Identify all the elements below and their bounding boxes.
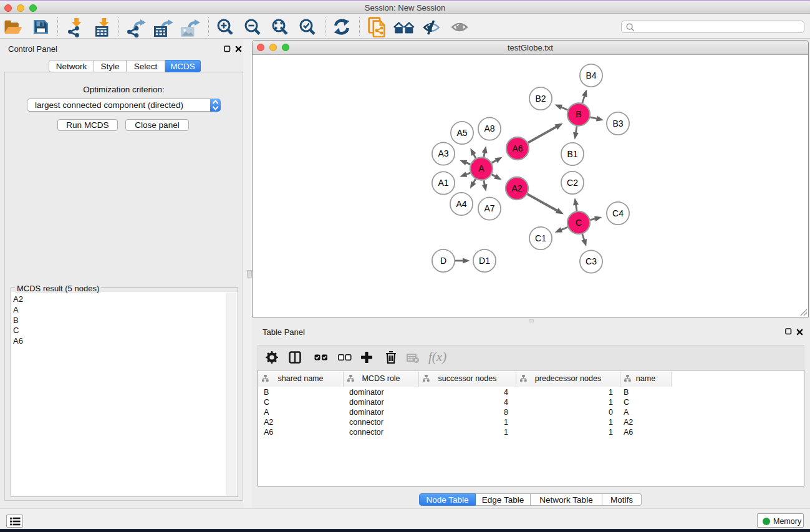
svg-text:A2: A2 xyxy=(511,183,522,193)
svg-text:A4: A4 xyxy=(456,199,466,209)
svg-text:A1: A1 xyxy=(438,178,448,188)
svg-text:B: B xyxy=(576,109,581,119)
svg-text:C1: C1 xyxy=(535,233,546,243)
svg-text:C4: C4 xyxy=(612,208,624,218)
svg-text:C2: C2 xyxy=(567,178,578,188)
svg-text:A8: A8 xyxy=(484,123,494,133)
svg-text:A7: A7 xyxy=(484,203,494,213)
svg-text:C3: C3 xyxy=(586,256,597,266)
svg-text:B4: B4 xyxy=(586,70,596,80)
svg-text:A: A xyxy=(478,163,485,173)
svg-text:B2: B2 xyxy=(535,94,546,104)
svg-text:B3: B3 xyxy=(612,118,623,128)
svg-text:A6: A6 xyxy=(512,143,523,153)
svg-text:D: D xyxy=(440,256,446,266)
svg-text:A3: A3 xyxy=(438,148,448,158)
svg-text:B1: B1 xyxy=(567,149,577,159)
svg-text:D1: D1 xyxy=(479,256,490,266)
svg-text:C: C xyxy=(576,218,582,228)
svg-text:A5: A5 xyxy=(456,128,467,138)
